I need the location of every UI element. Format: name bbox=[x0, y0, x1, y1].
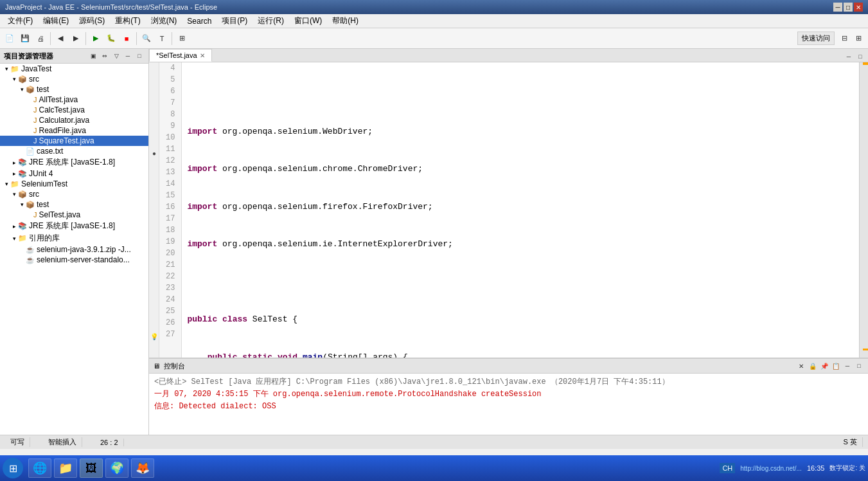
junit-icon: 📚 bbox=[18, 170, 27, 178]
tree-label-test2: test bbox=[37, 200, 49, 209]
editor-tab-seltest[interactable]: *SelTest.java ✕ bbox=[149, 49, 212, 62]
taskbar-input-method[interactable]: CH bbox=[720, 463, 735, 473]
tree-item-jre2[interactable]: ▸ 📚 JRE 系统库 [JavaSE-1.8] bbox=[0, 220, 148, 232]
search-toolbar-button[interactable]: 🔍 bbox=[139, 32, 154, 46]
sep3 bbox=[136, 32, 137, 45]
tree-item-alltest[interactable]: J AllTest.java bbox=[0, 95, 148, 105]
console-scroll-lock[interactable]: 🔒 bbox=[808, 361, 818, 371]
menu-run[interactable]: 运行(R) bbox=[252, 14, 289, 28]
editor-scrollbar[interactable] bbox=[859, 62, 868, 358]
print-button[interactable]: 🖨 bbox=[33, 32, 48, 46]
collapse-all-button[interactable]: ▣ bbox=[88, 51, 98, 61]
console-pin-button[interactable]: 📌 bbox=[819, 361, 829, 371]
minimize-view-button[interactable]: ─ bbox=[123, 51, 133, 61]
gutter-23 bbox=[149, 295, 159, 307]
menu-source[interactable]: 源码(S) bbox=[74, 14, 110, 28]
code-content[interactable]: import org.openqa.selenium.WebDriver; im… bbox=[182, 62, 859, 358]
status-sogo: S 英 bbox=[838, 437, 863, 447]
menu-navigate[interactable]: 浏览(N) bbox=[146, 14, 182, 28]
perspectives-btn[interactable]: ⊟ bbox=[837, 32, 851, 46]
taskbar-explorer[interactable]: 📁 bbox=[54, 458, 77, 478]
editor-max-button[interactable]: □ bbox=[855, 51, 865, 62]
taskbar-right: CH http://blog.csdn.net/... 16:35 数字锁定: … bbox=[720, 463, 865, 473]
taskbar-start-button[interactable]: ⊞ bbox=[3, 458, 23, 478]
menu-file[interactable]: 文件(F) bbox=[3, 14, 38, 28]
gutter-15 bbox=[149, 197, 159, 209]
minimize-button[interactable]: ─ bbox=[833, 3, 842, 12]
txt-icon: 📄 bbox=[26, 147, 35, 156]
code-editor[interactable]: ● 💡 bbox=[149, 62, 868, 358]
editor-tabs: *SelTest.java ✕ ─ □ bbox=[149, 49, 868, 62]
taskbar-firefox[interactable]: 🦊 bbox=[131, 458, 154, 478]
maximize-button[interactable]: □ bbox=[844, 3, 853, 12]
menu-edit[interactable]: 编辑(E) bbox=[38, 14, 74, 28]
stop-button[interactable]: ■ bbox=[120, 32, 134, 46]
editor-min-button[interactable]: ─ bbox=[844, 51, 854, 62]
taskbar-app[interactable]: 🖼 bbox=[80, 458, 103, 478]
tree-item-seltest[interactable]: J SelTest.java bbox=[0, 210, 148, 220]
console-max-button[interactable]: □ bbox=[854, 361, 864, 371]
java-icon: J bbox=[33, 96, 37, 104]
tree-item-jre1[interactable]: ▸ 📚 JRE 系统库 [JavaSE-1.8] bbox=[0, 156, 148, 168]
debug-button[interactable]: 🐛 bbox=[104, 32, 118, 46]
tree-item-selenium2[interactable]: ☕ selenium-server-standalo... bbox=[0, 255, 148, 265]
console-clear-button[interactable]: ✕ bbox=[796, 361, 806, 371]
sep2 bbox=[85, 32, 86, 45]
tree-label-jre2: JRE 系统库 [JavaSE-1.8] bbox=[29, 221, 115, 231]
tree-label-alltest: AllTest.java bbox=[39, 95, 78, 104]
menu-help[interactable]: 帮助(H) bbox=[327, 14, 364, 28]
tree-item-seleniumtest[interactable]: ▾ 📁 SeleniumTest bbox=[0, 179, 148, 189]
close-button[interactable]: ✕ bbox=[854, 3, 863, 12]
editor-area: *SelTest.java ✕ ─ □ bbox=[149, 49, 868, 435]
ln-18: 18 bbox=[163, 224, 177, 236]
view-menu-button[interactable]: ▽ bbox=[111, 51, 121, 61]
run-button[interactable]: ▶ bbox=[89, 32, 103, 46]
ln-9: 9 bbox=[163, 120, 177, 132]
ln-20: 20 bbox=[163, 248, 177, 259]
code-line-6: import org.openqa.selenium.chrome.Chrome… bbox=[187, 163, 854, 176]
code-line-5: import org.openqa.selenium.WebDriver; bbox=[187, 125, 854, 138]
tree-item-squaretest[interactable]: J SquareTest.java bbox=[0, 136, 148, 146]
tree-item-selenium1[interactable]: ☕ selenium-java-3.9.1.zip -J... bbox=[0, 244, 148, 255]
gutter-14 bbox=[149, 185, 159, 197]
gutter-25 bbox=[149, 319, 159, 331]
ln-21: 21 bbox=[163, 259, 177, 271]
toolbar-right: 快速访问 ⊟ ⊞ bbox=[797, 32, 865, 46]
tree-item-test2[interactable]: ▾ 📦 test bbox=[0, 199, 148, 210]
tree-arrow-selenium: ▾ bbox=[3, 181, 10, 187]
perspective-button[interactable]: ⊞ bbox=[175, 32, 189, 46]
project-tree: ▾ 📁 JavaTest ▾ 📦 src ▾ 📦 test bbox=[0, 64, 148, 435]
tree-item-calctest[interactable]: J CalcTest.java bbox=[0, 105, 148, 115]
save-button[interactable]: 💾 bbox=[18, 32, 32, 46]
fast-access[interactable]: 快速访问 bbox=[797, 32, 835, 45]
views-btn[interactable]: ⊞ bbox=[851, 32, 865, 46]
console-min-button[interactable]: ─ bbox=[842, 361, 853, 371]
new-button[interactable]: 📄 bbox=[3, 32, 17, 46]
link-editor-button[interactable]: ⇔ bbox=[100, 51, 110, 61]
menu-search[interactable]: Search bbox=[182, 15, 217, 27]
menu-refactor[interactable]: 重构(T) bbox=[110, 14, 145, 28]
forward-button[interactable]: ▶ bbox=[69, 32, 83, 46]
tree-item-yinyonku[interactable]: ▾ 📁 引用的库 bbox=[0, 232, 148, 244]
tree-item-javatest[interactable]: ▾ 📁 JavaTest bbox=[0, 64, 148, 74]
ln-26: 26 bbox=[163, 317, 177, 329]
tree-item-junit4[interactable]: ▸ 📚 JUnit 4 bbox=[0, 168, 148, 179]
open-type-button[interactable]: T bbox=[155, 32, 169, 46]
menu-project[interactable]: 项目(P) bbox=[217, 14, 252, 28]
tree-item-test1[interactable]: ▾ 📦 test bbox=[0, 84, 148, 95]
ln-7: 7 bbox=[163, 97, 177, 109]
taskbar-ie[interactable]: 🌐 bbox=[28, 458, 51, 478]
tree-item-src2[interactable]: ▾ 📦 src bbox=[0, 189, 148, 199]
tree-item-casetxt[interactable]: 📄 case.txt bbox=[0, 146, 148, 156]
console-copy-button[interactable]: 📋 bbox=[831, 361, 841, 371]
tree-label-src2: src bbox=[29, 190, 39, 199]
menu-window[interactable]: 窗口(W) bbox=[289, 14, 327, 28]
tree-arrow-javatest: ▾ bbox=[3, 66, 10, 72]
tab-close-button[interactable]: ✕ bbox=[200, 52, 205, 59]
taskbar-chrome[interactable]: 🌍 bbox=[105, 458, 128, 478]
back-button[interactable]: ◀ bbox=[53, 32, 67, 46]
tree-item-calculator[interactable]: J Calculator.java bbox=[0, 115, 148, 125]
tree-item-readfile[interactable]: J ReadFile.java bbox=[0, 125, 148, 136]
maximize-view-button[interactable]: □ bbox=[134, 51, 145, 61]
tree-item-src1[interactable]: ▾ 📦 src bbox=[0, 74, 148, 84]
